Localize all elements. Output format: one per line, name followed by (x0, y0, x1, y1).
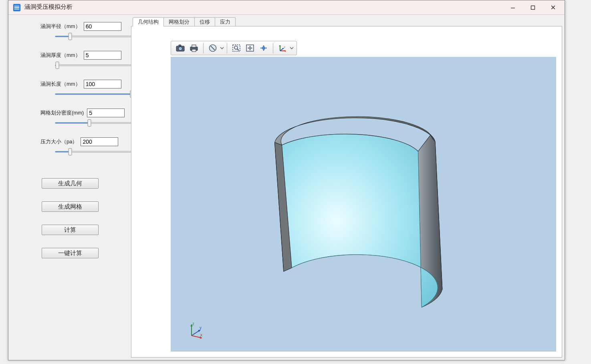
viewport-toolbar: z y x (171, 41, 297, 55)
param-meshdens-slider[interactable] (55, 120, 132, 126)
svg-rect-13 (261, 46, 266, 50)
param-pressure-label: 压力大小（pa） (40, 138, 77, 145)
axis-x-label: x (200, 333, 202, 337)
param-radius-slider[interactable] (55, 33, 132, 40)
quick-compute-button[interactable]: 一键计算 (42, 248, 99, 258)
param-meshdens-input[interactable] (87, 109, 125, 117)
print-button[interactable] (187, 42, 201, 54)
titlebar: 涵洞受压模拟分析 (8, 0, 565, 15)
tab-geometry[interactable]: 几何结构 (133, 17, 164, 26)
model-rendering (171, 57, 556, 352)
rotate-button[interactable] (257, 42, 270, 54)
window-controls (503, 0, 563, 15)
3d-viewport[interactable]: z y x (171, 57, 556, 352)
app-logo-icon (12, 3, 21, 12)
info-dropdown-button[interactable] (206, 42, 220, 54)
svg-rect-8 (192, 49, 196, 52)
toolbar-separator (203, 43, 204, 53)
tab-body: z y x (131, 26, 562, 358)
rotate-icon (259, 44, 268, 52)
param-radius: 涵洞半径（mm） (12, 22, 128, 40)
compute-button[interactable]: 计算 (42, 225, 99, 235)
param-radius-label: 涵洞半径（mm） (40, 23, 81, 30)
param-length: 涵洞长度（mm） (12, 80, 128, 97)
param-radius-input[interactable] (84, 22, 121, 31)
generate-geometry-button[interactable]: 生成几何 (42, 178, 99, 189)
tab-stress[interactable]: 应力 (215, 17, 236, 26)
camera-icon (175, 44, 185, 52)
svg-text:y: y (284, 46, 285, 48)
axis-y-label: y (200, 326, 202, 330)
param-meshdens: 网格划分密度(mm) (12, 109, 128, 126)
svg-text:x: x (285, 50, 286, 52)
maximize-button[interactable] (523, 0, 543, 15)
param-length-label: 涵洞长度（mm） (40, 80, 81, 88)
pan-icon (245, 44, 255, 52)
axes-dropdown-button[interactable]: z y x (276, 42, 289, 54)
param-pressure-slider[interactable] (55, 149, 132, 155)
chevron-down-icon (290, 46, 294, 50)
minimize-button[interactable] (503, 0, 523, 15)
param-meshdens-label: 网格划分密度(mm) (40, 109, 84, 117)
axis-z-label: z (192, 322, 194, 326)
content-panel: 几何结构 网格划分 位移 应力 (131, 17, 562, 358)
svg-text:z: z (279, 44, 280, 47)
svg-point-11 (234, 46, 238, 49)
window-body: 涵洞半径（mm） 涵洞厚度（mm） (8, 15, 565, 360)
maximize-icon (530, 5, 536, 10)
param-length-input[interactable] (84, 80, 121, 88)
param-length-slider[interactable] (55, 91, 132, 97)
snapshot-button[interactable] (173, 42, 187, 54)
close-button[interactable] (543, 0, 563, 15)
param-pressure-input[interactable] (81, 137, 118, 146)
tab-mesh[interactable]: 网格划分 (163, 17, 195, 26)
tab-displacement[interactable]: 位移 (194, 17, 215, 26)
app-window: 涵洞受压模拟分析 涵洞半径（mm） (8, 0, 565, 360)
toolbar-separator (227, 43, 227, 53)
tab-bar: 几何结构 网格划分 位移 应力 (131, 17, 562, 26)
svg-rect-1 (531, 6, 535, 9)
pan-button[interactable] (243, 42, 257, 54)
window-title: 涵洞受压模拟分析 (24, 3, 503, 11)
param-thickness-label: 涵洞厚度（mm） (40, 52, 81, 59)
viewport-axis-gizmo: z y x (186, 320, 206, 340)
minimize-icon (510, 5, 516, 10)
axes-caret[interactable] (289, 42, 294, 54)
axes-icon: z y x (278, 44, 287, 52)
generate-mesh-button[interactable]: 生成网格 (42, 201, 99, 212)
info-caret[interactable] (220, 42, 224, 54)
chevron-down-icon (220, 46, 224, 50)
toolbar-separator (273, 43, 273, 53)
param-pressure: 压力大小（pa） (12, 137, 128, 155)
svg-rect-7 (192, 45, 196, 47)
side-panel: 涵洞半径（mm） 涵洞厚度（mm） (11, 17, 131, 358)
svg-point-5 (180, 48, 182, 50)
zoom-rect-button[interactable] (230, 42, 243, 54)
button-stack: 生成几何 生成网格 计算 一键计算 (12, 178, 128, 258)
param-thickness-slider[interactable] (55, 62, 132, 68)
svg-rect-3 (179, 45, 181, 46)
close-icon (550, 4, 556, 10)
param-thickness-input[interactable] (84, 51, 121, 60)
print-icon (189, 44, 199, 52)
param-thickness: 涵洞厚度（mm） (12, 51, 128, 68)
info-icon (208, 44, 217, 52)
zoom-rect-icon (232, 44, 241, 52)
